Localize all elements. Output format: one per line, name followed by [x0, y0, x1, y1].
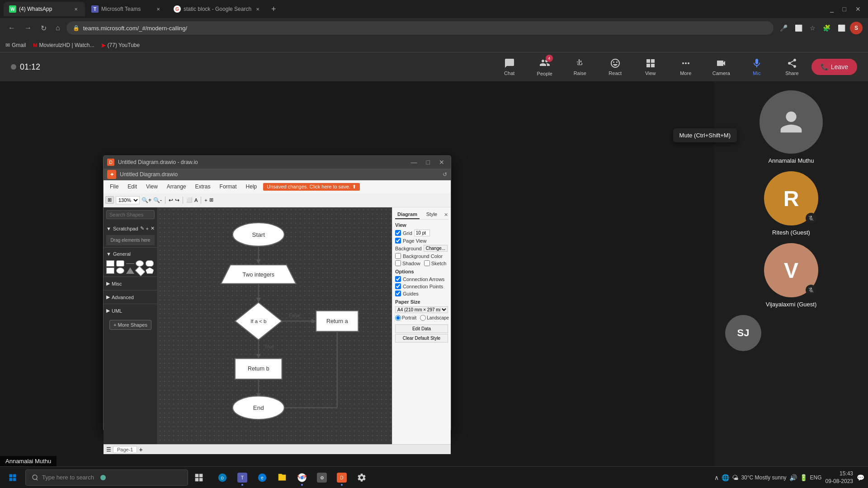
taskbar-chrome-icon[interactable]: [293, 469, 311, 487]
profile-avatar[interactable]: S: [850, 22, 863, 34]
zoom-out-button[interactable]: 🔍-: [153, 197, 162, 203]
scratchpad-edit-icon[interactable]: ✎: [140, 225, 144, 231]
advanced-header[interactable]: ▶ Advanced: [106, 292, 155, 302]
people-button[interactable]: 4 People: [529, 54, 561, 80]
grid-value-input[interactable]: [414, 230, 430, 236]
more-button[interactable]: More: [670, 54, 702, 80]
undo-button[interactable]: ↩: [169, 197, 173, 203]
tab-close-google[interactable]: ✕: [254, 5, 261, 13]
drawio-reload-icon[interactable]: ↺: [443, 171, 447, 178]
page-1-tab[interactable]: Page-1: [113, 446, 137, 453]
bookmark-movierulz[interactable]: M MovierulzHD | Watch...: [33, 42, 94, 48]
portrait-radio[interactable]: [395, 315, 401, 321]
uml-header[interactable]: ▶ UML: [106, 306, 155, 315]
shadow-checkbox[interactable]: [395, 260, 401, 266]
extension-icon[interactable]: 🧩: [820, 22, 833, 34]
shape-diamond[interactable]: [135, 266, 146, 277]
refresh-button[interactable]: ↻: [38, 21, 49, 35]
page-select-button[interactable]: ⊞: [105, 196, 114, 204]
raise-button[interactable]: Raise: [564, 54, 596, 80]
taskbar-settings-icon[interactable]: [353, 469, 371, 487]
tray-weather-icon[interactable]: 🌤: [732, 474, 738, 481]
taskview-button[interactable]: [190, 469, 208, 487]
scratchpad-header[interactable]: ▼ Scratchpad ✎ + ✕: [106, 224, 155, 233]
page-menu-button[interactable]: ☰: [106, 446, 111, 453]
shape-stadium[interactable]: [146, 260, 154, 267]
tab-teams[interactable]: T Microsoft Teams ✕: [86, 2, 167, 16]
shape-rect[interactable]: [106, 260, 114, 267]
forward-button[interactable]: →: [22, 21, 34, 35]
background-change-button[interactable]: Change...: [424, 245, 448, 252]
style-tab[interactable]: Style: [420, 210, 444, 219]
paper-size-select[interactable]: A4 (210 mm × 297 mm): [395, 306, 448, 313]
shape-pentagon[interactable]: [146, 267, 154, 274]
shape-rounded[interactable]: [116, 260, 124, 267]
screen-capture-icon[interactable]: ⬜: [792, 22, 805, 34]
guides-checkbox[interactable]: [395, 291, 401, 296]
drawio-menu-arrange[interactable]: Arrange: [164, 183, 189, 191]
bookmark-gmail[interactable]: ✉ Gmail: [5, 42, 26, 48]
taskbar-time-display[interactable]: 15:43 09-08-2023: [826, 470, 853, 485]
leave-button[interactable]: 📞 Leave: [811, 59, 857, 75]
drawio-menu-file[interactable]: File: [107, 183, 121, 191]
shape-circle[interactable]: [116, 267, 124, 274]
add-page-button[interactable]: +: [139, 446, 142, 453]
taskbar-files-icon[interactable]: [273, 469, 291, 487]
bookmark-youtube[interactable]: ▶ (77) YouTube: [102, 42, 140, 48]
right-panel-close-button[interactable]: ✕: [444, 210, 448, 219]
misc-header[interactable]: ▶ Misc: [106, 279, 155, 288]
insert-button[interactable]: +: [204, 197, 207, 203]
table-button[interactable]: ⊞: [209, 197, 213, 203]
bg-color-checkbox[interactable]: [395, 253, 401, 259]
clear-default-style-button[interactable]: Clear Default Style: [395, 334, 448, 343]
taskbar-drawio-icon[interactable]: D: [333, 469, 351, 487]
tab-close-whatsapp[interactable]: ✕: [72, 5, 80, 13]
camera-button[interactable]: Camera: [705, 54, 737, 80]
tab-close-browser-icon[interactable]: ✕: [852, 4, 864, 14]
new-tab-button[interactable]: +: [268, 5, 280, 14]
zoom-in-button[interactable]: 🔍+: [142, 197, 151, 203]
tab-restore-icon[interactable]: □: [839, 4, 850, 14]
page-view-checkbox[interactable]: [395, 238, 401, 244]
drawio-menu-format[interactable]: Format: [217, 183, 240, 191]
shape-line[interactable]: [126, 263, 134, 264]
conn-points-checkbox[interactable]: [395, 283, 401, 289]
style-button[interactable]: A: [194, 197, 198, 203]
shape-triangle[interactable]: [126, 267, 134, 274]
notifications-icon[interactable]: 💬: [857, 474, 864, 481]
redo-button[interactable]: ↪: [175, 197, 179, 203]
landscape-radio[interactable]: [420, 315, 426, 321]
react-button[interactable]: React: [599, 54, 631, 80]
drawio-minimize-button[interactable]: —: [408, 158, 420, 167]
tray-battery-icon[interactable]: 🔋: [800, 474, 807, 481]
tab-close-teams[interactable]: ✕: [155, 5, 162, 13]
shape-rect2[interactable]: [106, 267, 114, 274]
start-button[interactable]: [4, 469, 22, 487]
scratchpad-add-icon[interactable]: +: [146, 226, 149, 231]
taskbar-unknown-icon[interactable]: ⚙: [313, 469, 331, 487]
address-bar[interactable]: 🔒 teams.microsoft.com/_#/modern-calling/: [66, 21, 774, 35]
back-button[interactable]: ←: [5, 21, 18, 35]
diagram-tab[interactable]: Diagram: [395, 210, 420, 219]
drawio-close-button[interactable]: ✕: [436, 158, 447, 167]
taskbar-teams-app-icon[interactable]: T: [233, 469, 251, 487]
more-shapes-button[interactable]: + More Shapes: [109, 320, 151, 330]
mic-button[interactable]: Mic: [741, 54, 773, 80]
tray-volume-icon[interactable]: 🔊: [789, 474, 797, 481]
voice-search-icon[interactable]: 🎤: [777, 22, 790, 34]
home-button[interactable]: ⌂: [53, 21, 63, 35]
shape-ellipse[interactable]: [136, 260, 144, 267]
bookmark-icon[interactable]: ☆: [807, 22, 818, 34]
drawio-menu-help[interactable]: Help: [243, 183, 260, 191]
drawio-menu-extras[interactable]: Extras: [193, 183, 213, 191]
taskbar-dell-icon[interactable]: D: [213, 469, 231, 487]
sketch-checkbox[interactable]: [424, 260, 430, 266]
share-button[interactable]: Share: [776, 54, 808, 80]
view-button[interactable]: View: [635, 54, 666, 80]
taskbar-search-bar[interactable]: Type here to search: [25, 469, 188, 486]
shape-search-input[interactable]: [106, 210, 155, 219]
drawio-menu-view[interactable]: View: [143, 183, 160, 191]
drawio-menu-edit[interactable]: Edit: [125, 183, 140, 191]
conn-arrows-checkbox[interactable]: [395, 276, 401, 282]
tray-arrow-icon[interactable]: ∧: [714, 474, 719, 481]
